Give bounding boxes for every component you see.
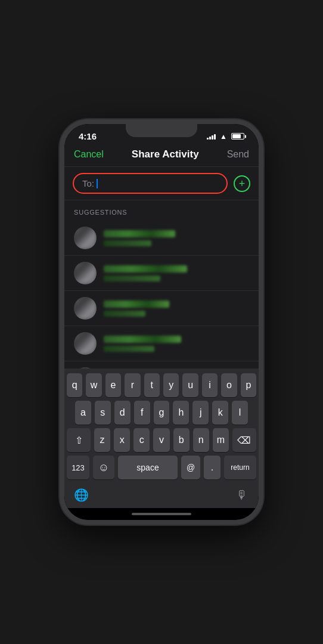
- phone-frame: 4:16 ▲ Cancel Share Activity Send: [60, 119, 263, 525]
- key-u[interactable]: u: [182, 373, 198, 397]
- space-key[interactable]: space: [118, 456, 178, 479]
- key-f[interactable]: f: [134, 401, 150, 425]
- period-key[interactable]: .: [204, 456, 220, 479]
- key-x[interactable]: x: [114, 428, 130, 452]
- contact-name: [104, 230, 175, 237]
- cancel-button[interactable]: Cancel: [74, 149, 104, 160]
- shift-key[interactable]: ⇧: [67, 428, 91, 452]
- at-key[interactable]: @: [181, 456, 200, 479]
- key-c[interactable]: c: [133, 428, 150, 452]
- avatar: [74, 227, 97, 249]
- key-t[interactable]: t: [144, 373, 160, 397]
- keyboard-row-1: q w e r t y u i o p: [67, 373, 256, 397]
- key-o[interactable]: o: [221, 373, 237, 397]
- contact-name: [104, 336, 181, 343]
- key-w[interactable]: w: [86, 373, 101, 397]
- keyboard-row-4: 123 ☺ space @ . return: [67, 456, 256, 479]
- key-g[interactable]: g: [154, 401, 170, 425]
- keyboard: q w e r t y u i o p a s d f g h j k: [64, 369, 259, 508]
- key-m[interactable]: m: [213, 428, 229, 452]
- avatar: [74, 332, 97, 355]
- contact-subtitle: [104, 275, 160, 281]
- contact-info: [104, 336, 249, 352]
- list-item[interactable]: [64, 326, 259, 361]
- status-icons: ▲: [207, 132, 244, 141]
- globe-icon[interactable]: 🌐: [72, 485, 91, 504]
- plus-icon: +: [239, 178, 246, 189]
- key-d[interactable]: d: [114, 401, 131, 425]
- list-item[interactable]: [64, 221, 259, 256]
- nav-bar: Cancel Share Activity Send: [64, 144, 259, 167]
- keyboard-row-2: a s d f g h j k l: [67, 401, 256, 425]
- home-bar: [132, 513, 191, 515]
- key-q[interactable]: q: [67, 373, 82, 397]
- list-item[interactable]: [64, 256, 259, 291]
- key-b[interactable]: b: [173, 428, 190, 452]
- keyboard-row-3: ⇧ z x c v b n m ⌫: [67, 428, 256, 452]
- avatar: [74, 262, 97, 284]
- avatar: [74, 297, 97, 320]
- key-e[interactable]: e: [105, 373, 121, 397]
- home-indicator: [64, 508, 259, 520]
- add-recipient-button[interactable]: +: [234, 175, 250, 192]
- text-cursor: [97, 179, 98, 188]
- contact-info: [104, 301, 249, 317]
- numbers-key[interactable]: 123: [67, 456, 89, 479]
- key-p[interactable]: p: [241, 373, 256, 397]
- contacts-list: [64, 221, 259, 369]
- battery-icon: [231, 133, 244, 140]
- key-i[interactable]: i: [202, 373, 218, 397]
- key-r[interactable]: r: [125, 373, 140, 397]
- signal-icon: [207, 133, 216, 140]
- contact-subtitle: [104, 311, 145, 317]
- send-button[interactable]: Send: [227, 149, 249, 160]
- contact-subtitle: [104, 240, 151, 246]
- key-k[interactable]: k: [212, 401, 228, 425]
- return-key[interactable]: return: [224, 456, 256, 479]
- emoji-key[interactable]: ☺: [93, 456, 114, 479]
- key-a[interactable]: a: [75, 401, 91, 425]
- page-title: Share Activity: [132, 148, 199, 160]
- suggestions-section: SUGGESTIONS: [64, 200, 259, 221]
- key-v[interactable]: v: [153, 428, 169, 452]
- list-item[interactable]: [64, 361, 259, 369]
- key-j[interactable]: j: [192, 401, 209, 425]
- screen: 4:16 ▲ Cancel Share Activity Send: [64, 124, 259, 520]
- key-l[interactable]: l: [232, 401, 248, 425]
- contact-subtitle: [104, 346, 154, 352]
- contact-name: [104, 301, 169, 308]
- key-h[interactable]: h: [173, 401, 189, 425]
- status-time: 4:16: [79, 131, 97, 141]
- mic-icon[interactable]: 🎙: [232, 485, 251, 504]
- status-bar: 4:16 ▲: [64, 124, 259, 144]
- keyboard-bottom-row: 🌐 🎙: [67, 483, 256, 506]
- wifi-icon: ▲: [220, 132, 227, 141]
- list-item[interactable]: [64, 291, 259, 326]
- key-z[interactable]: z: [94, 428, 110, 452]
- backspace-key[interactable]: ⌫: [232, 428, 256, 452]
- to-label: To:: [82, 178, 94, 188]
- contact-info: [104, 265, 249, 281]
- avatar: [74, 367, 97, 369]
- contact-name: [104, 265, 187, 273]
- key-n[interactable]: n: [193, 428, 209, 452]
- key-y[interactable]: y: [163, 373, 179, 397]
- suggestions-label: SUGGESTIONS: [74, 209, 127, 216]
- to-field-container: To: +: [64, 167, 259, 200]
- to-field-wrapper[interactable]: To:: [73, 173, 228, 194]
- key-s[interactable]: s: [95, 401, 111, 425]
- contact-info: [104, 230, 249, 246]
